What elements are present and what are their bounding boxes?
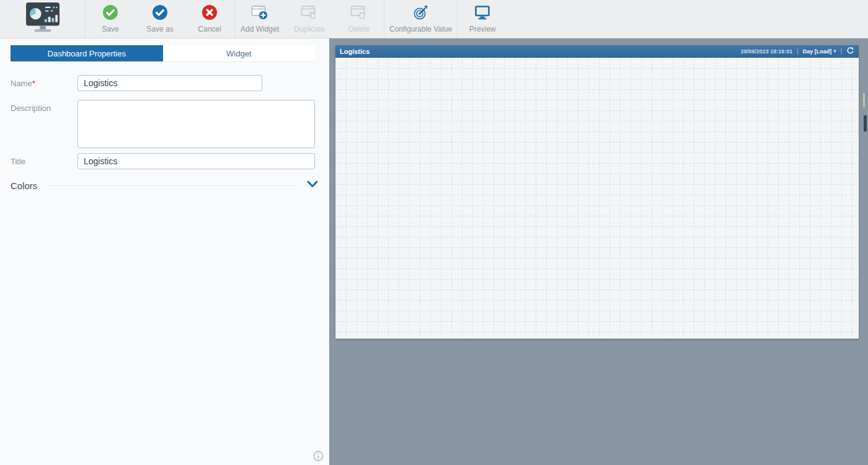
canvas-title: Logistics [340, 48, 370, 55]
cancel-button[interactable]: Cancel [185, 0, 234, 38]
header-divider: | [840, 48, 842, 55]
dashboard-canvas: Logistics 28/06/2023 18:16:01 | Day [Loa… [335, 45, 859, 339]
save-check-circle-icon [102, 4, 118, 23]
description-textarea[interactable] [78, 100, 315, 148]
dashboard-monitor-logo-icon [24, 2, 62, 37]
canvas-grid-area[interactable] [335, 58, 859, 339]
name-field-row: Name* [0, 75, 329, 91]
save-button[interactable]: Save [86, 0, 135, 38]
save-as-button[interactable]: Save as [135, 0, 185, 38]
interval-dropdown-label: Day [Load] [803, 48, 832, 55]
interval-dropdown[interactable]: Day [Load] ▾ [803, 48, 836, 55]
name-input[interactable] [78, 75, 262, 91]
info-circle-icon [313, 453, 324, 463]
caret-down-icon: ▾ [833, 48, 836, 54]
timestamp: 28/06/2023 18:16:01 [741, 48, 793, 55]
tab-dashboard-properties-label: Dashboard Properties [48, 49, 126, 58]
title-input[interactable] [78, 153, 315, 169]
description-field-row: Description [0, 100, 329, 148]
tab-dashboard-properties[interactable]: Dashboard Properties [11, 45, 163, 61]
target-dart-icon [413, 4, 429, 23]
window-copy-icon [301, 4, 318, 23]
canvas-header-bar: Logistics 28/06/2023 18:16:01 | Day [Loa… [335, 45, 859, 58]
toolbar: Save Save as Cancel [0, 0, 868, 38]
save-as-label: Save as [141, 25, 178, 33]
canvas-header-controls: 28/06/2023 18:16:01 | Day [Load] ▾ | [741, 46, 854, 57]
save-as-check-circle-icon [152, 4, 168, 23]
window-plus-icon [251, 4, 268, 23]
app-logo [0, 0, 85, 38]
title-field-row: Title [0, 153, 329, 169]
section-divider-line [45, 185, 299, 186]
info-button[interactable] [313, 451, 324, 461]
preview-button[interactable]: Preview [458, 0, 507, 38]
required-asterisk: * [32, 79, 35, 88]
monitor-outline-icon [474, 4, 490, 23]
preview-label: Preview [464, 25, 501, 33]
scrollbar-marker [863, 93, 865, 107]
refresh-icon [846, 46, 854, 57]
cancel-label: Cancel [193, 25, 226, 33]
duplicate-button[interactable]: Duplicate [285, 0, 334, 38]
tab-widget[interactable]: Widget [163, 45, 316, 61]
cancel-x-circle-icon [202, 4, 218, 23]
dashboard-designer-window: Save Save as Cancel [0, 0, 868, 465]
add-widget-label: Add Widget [236, 25, 284, 33]
window-trash-icon [350, 4, 368, 23]
duplicate-label: Duplicate [289, 25, 330, 33]
dashboard-workspace: Logistics 28/06/2023 18:16:01 | Day [Loa… [329, 38, 868, 465]
panel-tabs: Dashboard Properties Widget [11, 45, 315, 62]
scrollbar-thumb[interactable] [864, 115, 867, 131]
delete-button[interactable]: Delete [334, 0, 384, 38]
properties-panel: Dashboard Properties Widget Name* Descri… [0, 38, 329, 465]
title-label: Title [11, 157, 78, 166]
colors-section-label: Colors [11, 180, 37, 191]
refresh-button[interactable] [846, 46, 854, 57]
name-label: Name* [11, 79, 78, 88]
description-label: Description [11, 100, 78, 113]
configurable-value-button[interactable]: Configurable Value [384, 0, 457, 38]
save-label: Save [97, 25, 123, 33]
tab-widget-label: Widget [226, 49, 251, 58]
chevron-down-icon [306, 180, 319, 191]
delete-label: Delete [343, 25, 375, 33]
colors-section-toggle[interactable]: Colors [0, 180, 329, 191]
configurable-value-label: Configurable Value [384, 25, 457, 33]
header-divider: | [797, 48, 799, 55]
add-widget-button[interactable]: Add Widget [235, 0, 285, 38]
right-scrollbar[interactable] [859, 38, 868, 465]
